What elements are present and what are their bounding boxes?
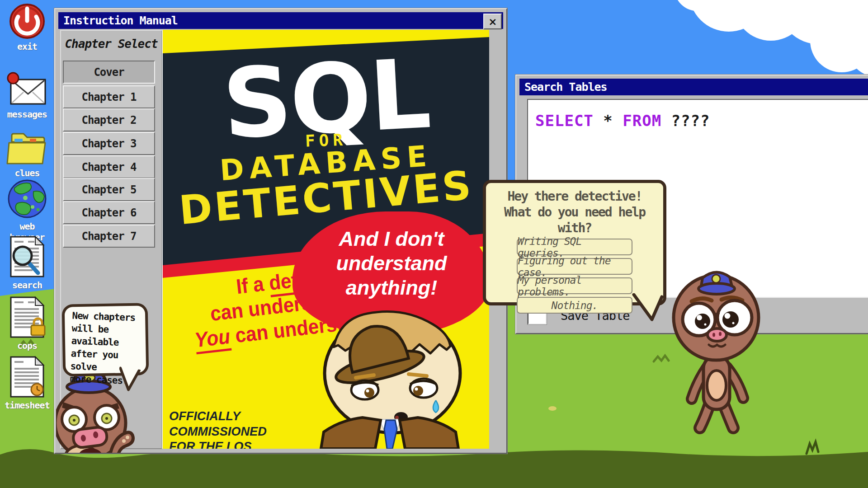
window-title: Instruction Manual — [63, 14, 178, 27]
locked-document-icon — [7, 296, 47, 339]
search-document-icon — [7, 235, 47, 278]
chapter-button-6[interactable]: Chapter 6 — [63, 201, 155, 224]
desktop-icon-messages[interactable]: messages — [5, 71, 50, 120]
icon-label: cops — [5, 340, 50, 351]
chapter-button-3[interactable]: Chapter 3 — [63, 132, 155, 155]
desktop-icon-web-browser[interactable]: web browser — [5, 178, 50, 243]
window-title: Search Tables — [524, 80, 607, 94]
game-screen: exit messages clues web browser — [0, 0, 868, 488]
timesheet-document-icon — [7, 355, 47, 399]
book-cover: SQL FOR DATABASE DETECTIVES If a detecti… — [162, 30, 489, 449]
snout — [708, 328, 726, 341]
instruction-manual-titlebar[interactable]: Instruction Manual × — [58, 12, 503, 29]
pig-snout — [72, 427, 108, 449]
desktop-icon-search[interactable]: search — [5, 235, 50, 291]
envelope-icon — [6, 71, 48, 108]
police-cap — [698, 272, 735, 294]
instruction-manual-window: Instruction Manual × Chapter Select Cove… — [54, 8, 507, 454]
help-option-case[interactable]: Figuring out the case. — [517, 258, 632, 275]
chapter-button-1[interactable]: Chapter 1 — [63, 85, 155, 108]
icon-label: search — [5, 280, 50, 291]
chapter-button-5[interactable]: Chapter 5 — [63, 178, 155, 201]
chapter-button-7[interactable]: Chapter 7 — [63, 225, 155, 248]
pig-bubble-tail — [116, 366, 141, 393]
coat-right — [400, 418, 458, 449]
help-bubble-tail — [632, 293, 665, 321]
folder-icon — [6, 130, 48, 166]
chapter-button-4[interactable]: Chapter 4 — [63, 155, 155, 178]
deputy-character[interactable] — [661, 264, 774, 441]
help-heading: Hey there detective! What do you need he… — [486, 188, 663, 236]
tie — [384, 420, 397, 449]
notification-dot — [8, 73, 19, 84]
belly — [707, 371, 726, 400]
chapter-button-cover[interactable]: Cover — [63, 61, 155, 84]
desktop-icon-cops[interactable]: cops — [5, 296, 50, 351]
icon-label: messages — [5, 109, 50, 120]
help-dialog-bubble: Hey there detective! What do you need he… — [483, 180, 666, 305]
search-tables-titlebar[interactable]: Search Tables — [519, 79, 868, 95]
close-icon[interactable]: × — [483, 14, 502, 29]
desktop-icon-timesheet[interactable]: timesheet — [5, 355, 50, 411]
power-icon — [9, 3, 46, 40]
globe-icon — [6, 178, 48, 220]
magnifier-lens — [14, 247, 32, 265]
help-option-nothing[interactable]: Nothing. — [517, 297, 632, 314]
chapter-button-2[interactable]: Chapter 2 — [63, 108, 155, 131]
desktop-icon-clues[interactable]: clues — [5, 130, 50, 178]
padlock-body — [31, 325, 45, 335]
cover-commission-text: OFFICIALLY COMMISSIONED FOR THE LOS ZORA… — [169, 408, 327, 449]
desktop-icon-exit[interactable]: exit — [5, 3, 50, 52]
deputy-body — [692, 356, 743, 428]
icon-label: exit — [5, 41, 50, 52]
icon-label: clues — [5, 168, 50, 178]
help-option-personal[interactable]: My personal problems. — [517, 277, 632, 294]
sql-query-text: SELECT * FROM ???? — [535, 112, 710, 130]
detective-character — [313, 261, 467, 449]
chapter-select-heading: Chapter Select — [61, 37, 161, 51]
coat-left — [321, 418, 381, 449]
icon-label: timesheet — [5, 400, 50, 411]
pig-speech-bubble: New chapters will be available after you… — [62, 303, 149, 376]
help-option-sql-queries[interactable]: Writing SQL queries. — [517, 239, 632, 255]
